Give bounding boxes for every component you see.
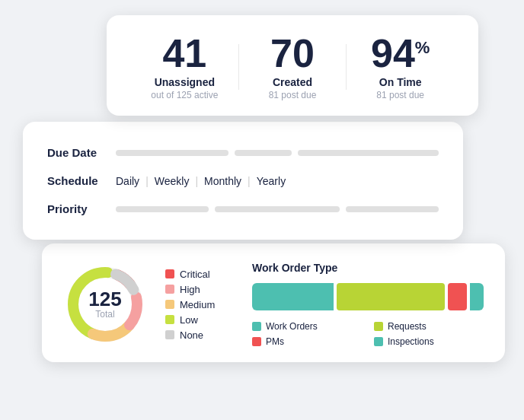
bar-legend-label-inspections: Inspections <box>388 336 434 347</box>
legend-medium: Medium <box>165 299 234 310</box>
schedule-options: Daily | Weekly | Monthly | Yearly <box>116 175 286 187</box>
priority-seg-3 <box>346 206 439 212</box>
schedule-row: Schedule Daily | Weekly | Monthly | Year… <box>47 167 439 195</box>
legend-dot-low <box>165 315 174 324</box>
stat-ontime: 94% On Time 81 post due <box>347 33 454 100</box>
bar-inspections <box>470 283 484 310</box>
donut-label: Total <box>88 309 121 320</box>
due-date-row: Due Date <box>47 138 439 167</box>
schedule-yearly[interactable]: Yearly <box>257 175 286 187</box>
bar-requests <box>337 283 445 310</box>
schedule-label: Schedule <box>47 174 116 187</box>
bar-legend-requests: Requests <box>374 321 484 332</box>
due-date-seg-3 <box>298 150 439 156</box>
priority-legend: Critical High Medium Low None <box>165 269 234 341</box>
legend-dot-medium <box>165 300 174 309</box>
legend-dot-none <box>165 330 174 339</box>
stat-created-label: Created <box>239 76 347 88</box>
bar-legend-dot-work-orders <box>252 322 261 331</box>
stat-unassigned-sublabel: out of 125 active <box>131 90 238 100</box>
due-date-bar <box>116 150 439 156</box>
bar-legend-dot-inspections <box>374 337 383 346</box>
schedule-monthly[interactable]: Monthly <box>204 175 241 187</box>
stat-ontime-label: On Time <box>347 76 454 88</box>
legend-label-critical: Critical <box>180 269 210 280</box>
stat-created-number: 70 <box>239 33 347 73</box>
bar-legend-dot-pms <box>252 337 261 346</box>
priority-bar <box>116 206 439 212</box>
chart-card: 125 Total Critical High Medium Low None … <box>42 243 505 362</box>
due-date-seg-2 <box>235 150 291 156</box>
legend-label-low: Low <box>180 314 198 326</box>
legend-dot-high <box>165 285 174 294</box>
stat-ontime-number: 94% <box>347 33 454 73</box>
stat-created-sublabel: 81 post due <box>239 90 347 100</box>
due-date-seg-1 <box>116 150 228 156</box>
bar-legend-inspections: Inspections <box>374 336 484 347</box>
bar-work-orders <box>252 283 334 310</box>
stat-unassigned-label: Unassigned <box>131 76 238 88</box>
stat-unassigned-number: 41 <box>131 33 238 73</box>
bar-legend-label-pms: PMs <box>266 336 284 347</box>
bar-legend-pms: PMs <box>252 336 362 347</box>
donut-chart: 125 Total <box>63 262 147 346</box>
schedule-daily[interactable]: Daily <box>116 175 139 187</box>
work-order-title: Work Order Type <box>252 262 484 274</box>
due-date-label: Due Date <box>47 146 116 159</box>
filters-card: Due Date Schedule Daily | Weekly | Month… <box>23 122 463 240</box>
stat-created: 70 Created 81 post due <box>239 33 347 100</box>
bar-legend-work-orders: Work Orders <box>252 321 362 332</box>
bar-legend-label-requests: Requests <box>388 321 427 332</box>
work-order-legend: Work Orders Requests PMs Inspections <box>252 321 484 347</box>
donut-total: 125 <box>88 289 121 309</box>
priority-seg-1 <box>116 206 209 212</box>
legend-label-medium: Medium <box>180 299 215 310</box>
schedule-weekly[interactable]: Weekly <box>155 175 190 187</box>
stats-card: 41 Unassigned out of 125 active 70 Creat… <box>107 15 478 116</box>
stat-ontime-sublabel: 81 post due <box>347 90 454 100</box>
work-order-bar <box>252 283 484 310</box>
legend-label-none: None <box>180 329 203 341</box>
donut-center: 125 Total <box>88 289 121 320</box>
legend-none: None <box>165 329 234 341</box>
legend-critical: Critical <box>165 269 234 280</box>
priority-row: Priority <box>47 195 439 223</box>
priority-label: Priority <box>47 202 116 215</box>
bar-pms <box>448 283 467 310</box>
legend-label-high: High <box>180 284 200 295</box>
legend-high: High <box>165 284 234 295</box>
work-order-section: Work Order Type Work Orders Requests PMs <box>252 262 484 347</box>
legend-low: Low <box>165 314 234 326</box>
stat-unassigned: 41 Unassigned out of 125 active <box>131 33 238 100</box>
bar-legend-label-work-orders: Work Orders <box>266 321 318 332</box>
bar-legend-dot-requests <box>374 322 383 331</box>
legend-dot-critical <box>165 269 174 278</box>
priority-seg-2 <box>215 206 339 212</box>
